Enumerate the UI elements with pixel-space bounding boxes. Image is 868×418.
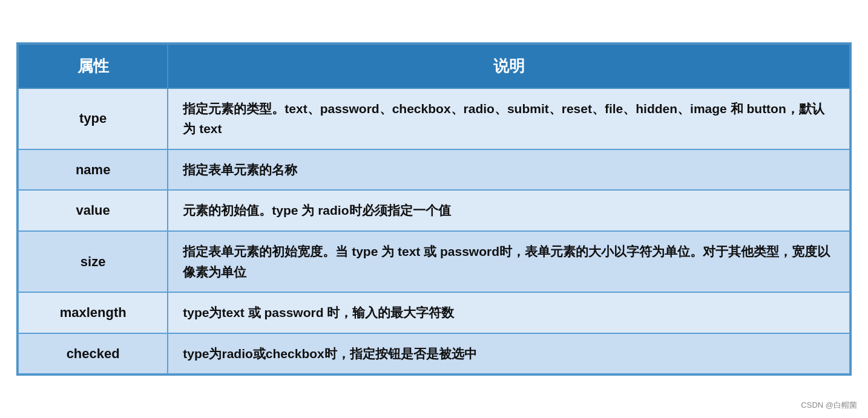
attributes-table: 属性 说明 type指定元素的类型。text、password、checkbox… [18,44,850,375]
desc-cell: 指定表单元素的名称 [168,149,850,191]
attr-cell: type [18,88,168,149]
table-row: value元素的初始值。type 为 radio时必须指定一个值 [18,190,850,231]
header-attr: 属性 [18,44,168,88]
attr-cell: value [18,190,168,231]
table-row: checkedtype为radio或checkbox时，指定按钮是否是被选中 [18,333,850,374]
table-row: type指定元素的类型。text、password、checkbox、radio… [18,88,850,149]
header-desc: 说明 [168,44,850,88]
desc-cell: type为radio或checkbox时，指定按钮是否是被选中 [168,333,850,374]
attr-cell: maxlength [18,292,168,333]
attr-cell: checked [18,333,168,374]
desc-cell: 指定表单元素的初始宽度。当 type 为 text 或 password时，表单… [168,231,850,292]
table-header-row: 属性 说明 [18,44,850,88]
watermark-text: CSDN @白帽菌 [801,400,857,411]
attr-cell: name [18,149,168,191]
attr-cell: size [18,231,168,292]
desc-cell: type为text 或 password 时，输入的最大字符数 [168,292,850,333]
desc-cell: 指定元素的类型。text、password、checkbox、radio、sub… [168,88,850,149]
table-row: maxlengthtype为text 或 password 时，输入的最大字符数 [18,292,850,333]
table-body: type指定元素的类型。text、password、checkbox、radio… [18,88,850,374]
table-row: name指定表单元素的名称 [18,149,850,191]
main-table-wrapper: 属性 说明 type指定元素的类型。text、password、checkbox… [16,42,852,376]
table-row: size指定表单元素的初始宽度。当 type 为 text 或 password… [18,231,850,292]
desc-cell: 元素的初始值。type 为 radio时必须指定一个值 [168,190,850,231]
